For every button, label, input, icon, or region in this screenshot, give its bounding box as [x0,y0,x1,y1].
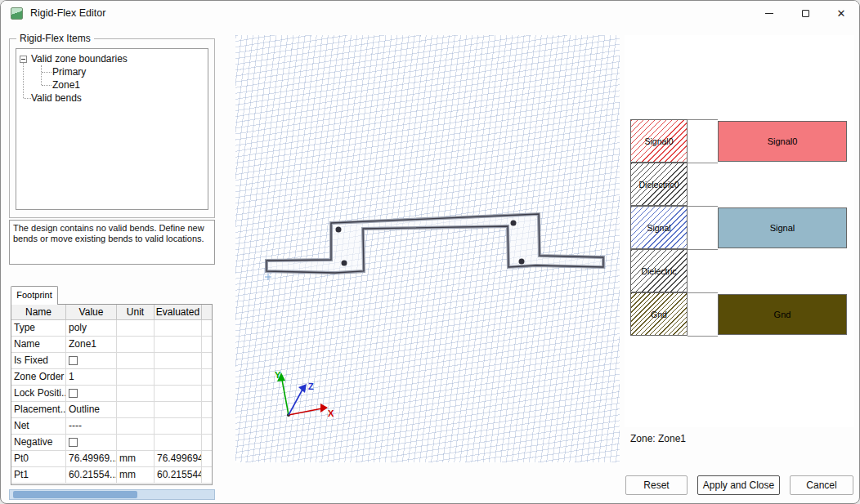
prop-evaluated: 76.499694r [155,451,202,467]
cancel-button[interactable]: Cancel [790,475,853,495]
prop-name: Zone Order [11,369,66,386]
prop-name: Lock Positi... [11,386,66,402]
prop-value [66,353,117,369]
prop-unit[interactable] [117,402,155,418]
column-header-value: Value [66,305,117,320]
prop-name: Name [11,337,66,353]
prop-value[interactable]: 1 [66,369,117,386]
table-row: Is Fixed [11,353,212,369]
prop-unit[interactable] [117,418,155,435]
tree-guide [42,85,52,86]
prop-unit[interactable] [117,386,155,402]
prop-name: Pt1 [11,467,66,484]
mounting-hole [336,227,342,233]
z-axis-arrow-icon [298,384,307,393]
footprint-property-table: Name Value Unit Evaluated Type poly Name… [11,304,213,485]
stackup-connector-line [688,206,718,207]
prop-name: Type [11,320,66,337]
prop-name: Placement... [11,402,66,418]
z-axis-label: Z [308,381,314,391]
3d-viewport[interactable]: Y Z X [235,35,620,462]
prop-unit[interactable] [117,337,155,353]
prop-evaluated [155,337,202,353]
table-row: Negative [11,435,212,451]
prop-unit[interactable] [117,353,155,369]
window-title: Rigid-Flex Editor [30,7,105,19]
zone-name-label: Zone: Zone1 [630,433,686,444]
prop-value [66,435,117,451]
prop-extra [202,435,213,451]
stackup-connector-line [688,163,718,163]
prop-evaluated: 60.215544 [155,467,202,484]
prop-evaluated [155,386,202,402]
prop-extra [202,337,213,353]
prop-value [66,386,117,402]
column-header-name: Name [11,305,66,320]
apply-and-close-button[interactable]: Apply and Close [697,475,780,495]
stackup-connector-line [688,292,718,293]
prop-unit[interactable]: mm [117,467,155,484]
prop-unit[interactable] [117,369,155,386]
prop-unit[interactable] [117,435,155,451]
prop-value[interactable]: poly [66,320,117,337]
scrollbar-thumb[interactable] [13,491,137,498]
prop-extra [202,402,213,418]
hatch-layer-gnd: Gnd [630,292,688,336]
tree-guide [23,63,24,98]
prop-evaluated [155,418,202,435]
tree-item-valid-zone-boundaries[interactable]: Valid zone boundaries [31,52,128,65]
is-fixed-checkbox[interactable] [69,356,78,365]
negative-checkbox[interactable] [69,438,78,447]
prop-extra [202,418,213,435]
zone-layer-signal0[interactable]: Signal0 [718,121,847,162]
prop-evaluated [155,353,202,369]
minimize-button[interactable] [751,1,787,25]
table-hscrollbar[interactable] [9,489,215,500]
prop-extra [202,369,213,386]
hatch-layer-signal0: Signal0 [630,119,688,163]
close-button[interactable]: ✕ [823,1,859,25]
table-row: Net ---- [11,418,212,435]
prop-unit[interactable] [117,320,155,337]
prop-evaluated [155,435,202,451]
flex-board-drawing: Y Z X [235,35,620,462]
tree-item-primary[interactable]: Primary [52,65,86,78]
column-header-extra [202,305,213,320]
prop-name: Net [11,418,66,435]
prop-value[interactable]: Zone1 [66,337,117,353]
prop-name: Negative [11,435,66,451]
layer-stackup-panel: Signal0 Dielectric0 Signal Dielectric Gn… [625,35,854,427]
rigid-flex-editor-window: Rigid-Flex Editor ✕ Rigid-Flex Items Val… [0,0,860,504]
prop-value[interactable]: ---- [66,418,117,435]
tree-expander-icon[interactable] [20,56,27,63]
prop-extra [202,467,213,484]
mounting-hole [511,221,517,226]
tree-guide [41,65,42,85]
hatch-layer-dielectric: Dielectric [630,249,688,292]
board-outline[interactable] [267,214,603,273]
table-row: Pt1 60.21554... mm 60.215544 [11,467,212,484]
table-row: Name Zone1 [11,337,212,353]
close-icon: ✕ [837,8,846,19]
column-header-unit: Unit [117,305,155,320]
tree-item-valid-bends[interactable]: Valid bends [31,91,82,105]
tab-footprint[interactable]: Footprint [11,286,58,305]
tree-guide [42,72,52,73]
maximize-button[interactable] [787,1,823,25]
titlebar: Rigid-Flex Editor ✕ [1,1,859,25]
tree-guide [24,98,31,99]
zone-layer-gnd[interactable]: Gnd [718,294,847,335]
prop-value[interactable]: Outline [66,402,117,418]
tree-item-zone1[interactable]: Zone1 [52,78,80,91]
lock-position-checkbox[interactable] [69,389,78,398]
prop-unit[interactable]: mm [117,451,155,467]
table-row: Zone Order 1 [11,369,212,386]
prop-value[interactable]: 76.49969... [66,451,117,467]
hatch-layer-signal: Signal [630,206,688,249]
zone-layer-signal[interactable]: Signal [718,207,847,248]
y-axis-label: Y [275,370,281,380]
rigid-flex-tree[interactable]: Valid zone boundaries Primary Zone1 Vali… [16,48,208,210]
reset-button[interactable]: Reset [625,475,688,495]
prop-value[interactable]: 60.21554... [66,467,117,484]
stackup-connector-line [688,119,718,120]
